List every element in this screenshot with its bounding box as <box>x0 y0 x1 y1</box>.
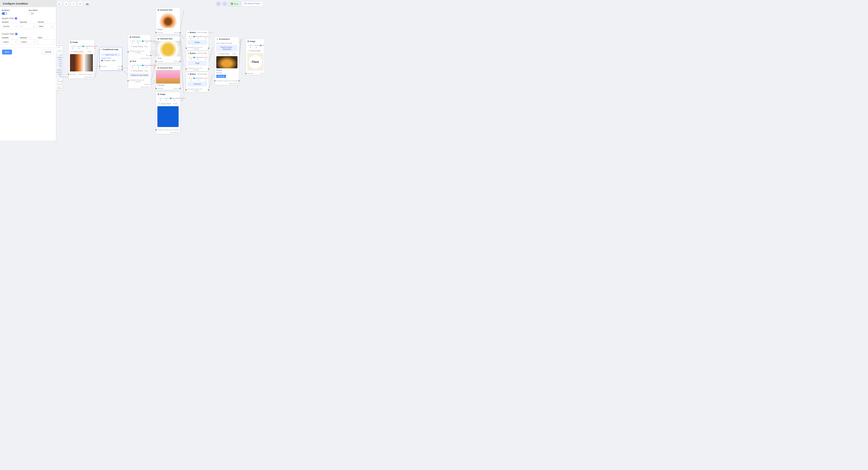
node-image-title: Image <box>72 41 78 43</box>
cf-variable-select[interactable]: Select▼ <box>2 39 18 44</box>
sf-value-select[interactable]: Male▼ <box>38 24 54 29</box>
node-carousel[interactable]: ▦Carousel ✈ Sent0 ✓ Delivered0 👥 Subscri… <box>128 35 151 60</box>
carousel-icon: ▦ <box>129 36 131 38</box>
all-match-toggle[interactable] <box>2 12 7 15</box>
image-biryani <box>216 56 238 68</box>
sf-variable-select[interactable]: Gender▼ <box>2 24 18 29</box>
caption-burger: Burger <box>156 28 180 31</box>
node-conditional-reply[interactable]: ≥Conditional reply Match Type: All Syste… <box>100 47 122 71</box>
cancel-button[interactable]: Cancel <box>42 49 54 55</box>
buy-now-button[interactable]: Buy Now <box>216 75 226 78</box>
node-qr-image[interactable]: 🖼Image ✈ Sent0 ✓ Delivered0 👥 Subscriber… <box>156 92 180 134</box>
system-field-label: System Field <box>101 57 121 59</box>
expand-button[interactable]: ⤢ <box>222 1 227 6</box>
cf-operator-select[interactable]: Select▼ <box>20 39 36 44</box>
condition-rule: If Gender = Male <box>104 60 115 61</box>
all-match-label: All Match <box>2 9 9 11</box>
match-type-badge: Match Type: All <box>101 53 121 56</box>
sf-variable-label: Variable <box>2 21 18 23</box>
caption-soup: Soup <box>156 57 180 60</box>
node-text-partial[interactable]: ▲ Errors0 2 Sec re culinartaste senn, we… <box>56 44 62 90</box>
image-icon: 🖼 <box>70 41 72 43</box>
image-preview-people <box>70 54 93 71</box>
add-system-field-icon[interactable]: + <box>15 17 17 20</box>
node-text[interactable]: 📣Text ✈ Sent0 ✓ Delivered0 👥 Subscribers… <box>128 59 151 89</box>
cart-icon: 🛒 <box>216 38 218 40</box>
cf-value-input[interactable] <box>38 39 54 44</box>
node-image-logo[interactable]: 🖼Image ✈ Sent0 ✓ Delivered0 👥 Subscr •••… <box>246 39 264 75</box>
done-button[interactable]: Done <box>2 49 12 55</box>
any-match-toggle[interactable] <box>29 12 34 15</box>
top-right-controls: ⟲ ⤢ 💾Save FB: Flavour Fusion <box>216 1 262 6</box>
sf-operator-select[interactable]: =▼ <box>20 24 36 29</box>
flow-canvas[interactable]: 🛒 ≥ ⇪ ⇄ 🤖 ⟲ ⤢ 💾Save FB: Flavour Fusion <box>56 0 264 140</box>
sf-value-label: Gender <box>38 21 54 23</box>
image-logo: Flavo <box>247 53 264 71</box>
button-label-soup: Soup <box>188 61 207 65</box>
fb-channel-button[interactable]: FB: Flavour Fusion <box>242 1 262 6</box>
tool-upload-icon[interactable]: ⇪ <box>71 1 76 6</box>
node-button-soup[interactable]: ➤ButtonSend message 👆 Click0 👥 Subscribe… <box>186 51 209 71</box>
add-custom-field-icon[interactable]: + <box>15 33 18 35</box>
info-icon: ? <box>101 60 103 61</box>
node-image[interactable]: 🖼Image ✈ Sent0 ✓ Delivered0 👥 Subscriber… <box>68 40 94 78</box>
node-ecommerce-title: Ecommerce <box>219 38 230 40</box>
node-text-title: Text <box>132 60 136 62</box>
text-icon: 📣 <box>129 60 132 62</box>
sf-operator-label: Operator <box>20 21 36 23</box>
cf-variable-label: Variable <box>2 37 18 39</box>
node-button-icecream[interactable]: ➤ButtonSend message 👆 Click0 👥 Subscribe… <box>186 72 209 92</box>
cursor-icon: ➤ <box>188 32 189 33</box>
save-button[interactable]: 💾Save <box>228 1 241 6</box>
button-label-burger: Burger <box>188 40 207 44</box>
tool-cart-icon[interactable]: 🛒 <box>57 1 62 6</box>
image-burger <box>156 12 180 28</box>
save-icon: 💾 <box>231 3 233 5</box>
condition-icon: ≥ <box>101 48 102 51</box>
node-cond-title: Conditional reply <box>103 48 119 51</box>
cf-operator-label: Operator <box>20 37 36 39</box>
button-label-icecream: Icecream <box>188 82 207 86</box>
ecom-item-name: Biriyani <box>216 69 238 72</box>
cursor-icon: ➤ <box>188 73 189 75</box>
system-field-heading: System Field <box>2 17 14 20</box>
undo-button[interactable]: ⟲ <box>216 1 221 6</box>
carousel-item-icon: 🖼 <box>157 67 159 69</box>
image-soup <box>156 41 180 57</box>
caption-icecream: Icecream <box>156 83 180 87</box>
image-icon: 🖼 <box>157 93 159 95</box>
image-qr-code <box>157 106 179 127</box>
node-carousel-title: Carousel <box>132 36 140 38</box>
node-button-burger[interactable]: ➤ButtonSend message 👆 Click0 👥 Subscribe… <box>186 30 209 51</box>
node-carousel-item-burger[interactable]: 🖼Carousel item Burger MessageButtons <box>156 8 180 34</box>
tool-bot-icon[interactable]: 🤖 <box>85 1 90 6</box>
custom-field-heading: Custom Field <box>2 33 14 35</box>
ecom-item-price: INR 250 <box>216 72 238 74</box>
cursor-icon: ➤ <box>188 53 189 54</box>
panel-title: Configure Condition <box>0 0 56 7</box>
ecom-sent-text: Sent : [object Promise] <box>216 42 238 44</box>
any-match-label: Any Match <box>29 9 38 11</box>
configure-condition-panel: Configure Condition All Match Any Match … <box>0 0 56 140</box>
toolbar: 🛒 ≥ ⇪ ⇄ 🤖 <box>57 1 90 6</box>
image-icecream <box>156 70 180 83</box>
image-icon: 🖼 <box>247 40 249 42</box>
text-message-content: Thanks for your Intrest <box>129 73 149 77</box>
ecom-ff-badge: Flavour Fusion - Hyderabad <box>216 45 238 51</box>
cf-value-label: Value <box>38 37 54 39</box>
carousel-item-icon: 🖼 <box>157 38 159 40</box>
carousel-item-icon: 🖼 <box>157 9 159 11</box>
tool-swap-icon[interactable]: ⇄ <box>78 1 83 6</box>
tool-filter-icon[interactable]: ≥ <box>64 1 69 6</box>
node-ecommerce[interactable]: 🛒Ecommerce Sent : [object Promise] Flavo… <box>215 37 239 85</box>
node-carousel-item-soup[interactable]: 🖼Carousel item Soup MessageButtons <box>156 36 180 63</box>
node-carousel-item-icecream[interactable]: 🖼Carousel item Icecream MessageButtons <box>156 66 180 90</box>
